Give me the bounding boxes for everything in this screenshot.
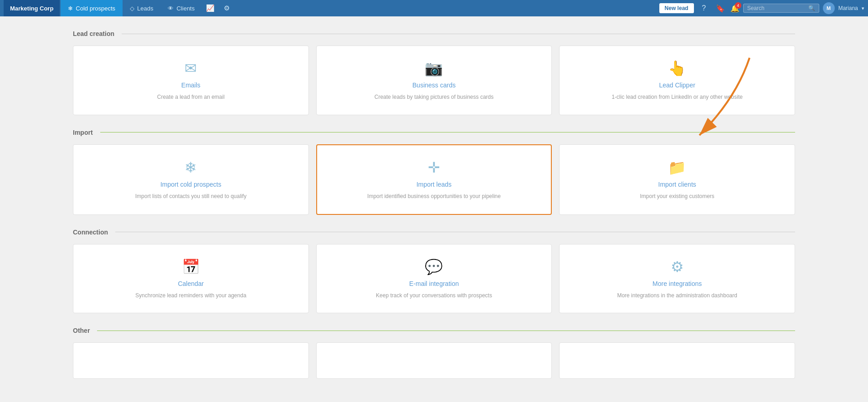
other-card-1[interactable] xyxy=(73,342,309,379)
folder-icon: 📁 xyxy=(668,159,686,176)
other-cards xyxy=(73,342,795,379)
lead-clipper-desc: 1-clic lead creation from LinkedIn or an… xyxy=(611,93,742,101)
import-divider xyxy=(100,132,795,132)
gears-icon: ⚙ xyxy=(671,258,684,275)
calendar-card-title: Calendar xyxy=(178,280,204,287)
help-icon[interactable]: ? xyxy=(698,2,710,15)
more-integrations-desc: More integrations in the administration … xyxy=(617,292,737,300)
navbar: Marketing Corp ❄ Cold prospects ◇ Leads … xyxy=(0,0,868,16)
connection-divider xyxy=(115,232,795,232)
nav-cold-prospects[interactable]: ❄ Cold prospects xyxy=(61,0,123,16)
lead-clipper-card[interactable]: 👆 Lead Clipper 1-clic lead creation from… xyxy=(559,46,795,115)
username-label[interactable]: Mariana xyxy=(838,5,858,11)
lead-creation-title: Lead creation xyxy=(73,30,114,37)
import-leads-desc: Import identified business opportunities… xyxy=(367,193,501,200)
crosshair-icon: ✛ xyxy=(428,159,440,176)
brand-logo[interactable]: Marketing Corp xyxy=(4,0,60,16)
import-section-header: Import xyxy=(73,129,795,136)
nav-clients[interactable]: 👁 Clients xyxy=(160,0,202,16)
bookmark-icon[interactable]: 🔖 xyxy=(714,2,727,15)
main-content: Lead creation ✉ Emails Create a lead fro… xyxy=(0,16,868,402)
import-leads-title: Import leads xyxy=(416,181,452,188)
lead-creation-section-header: Lead creation xyxy=(73,30,795,37)
search-input[interactable] xyxy=(747,5,806,11)
business-cards-title: Business cards xyxy=(412,81,456,89)
other-card-2[interactable] xyxy=(316,342,552,379)
user-dropdown-arrow[interactable]: ▾ xyxy=(862,5,864,11)
import-cold-prospects-title: Import cold prospects xyxy=(160,181,221,188)
calendar-card[interactable]: 📅 Calendar Synchronize lead reminders wi… xyxy=(73,244,309,314)
emails-card-desc: Create a lead from an email xyxy=(157,93,225,101)
connection-section-header: Connection xyxy=(73,229,795,236)
import-title: Import xyxy=(73,129,93,136)
import-cards-container: ❄ Import cold prospects Import lists of … xyxy=(73,144,795,215)
connection-cards: 📅 Calendar Synchronize lead reminders wi… xyxy=(73,244,795,314)
calendar-icon: 📅 xyxy=(182,258,200,275)
connection-title: Connection xyxy=(73,229,108,236)
avatar: M xyxy=(823,2,835,14)
new-lead-button[interactable]: New lead xyxy=(659,3,694,13)
email-integration-card[interactable]: 💬 E-mail integration Keep track of your … xyxy=(316,244,552,314)
other-title: Other xyxy=(73,327,90,334)
email-integration-desc: Keep track of your conversations with pr… xyxy=(376,292,492,300)
import-clients-card[interactable]: 📁 Import clients Import your existing cu… xyxy=(559,144,795,215)
settings-icon[interactable]: ⚙ xyxy=(218,0,235,16)
camera-icon: 📷 xyxy=(425,60,443,77)
import-leads-card[interactable]: ✛ Import leads Import identified busines… xyxy=(316,144,552,215)
snowflake-icon: ❄ xyxy=(68,5,73,12)
more-integrations-title: More integrations xyxy=(652,280,702,287)
email-integration-title: E-mail integration xyxy=(409,280,459,287)
nav-right-section: New lead ? 🔖 🔔 4 🔍 M Mariana ▾ xyxy=(659,2,864,15)
notification-badge: 4 xyxy=(735,2,741,9)
eye-icon: 👁 xyxy=(168,5,174,12)
more-integrations-card[interactable]: ⚙ More integrations More integrations in… xyxy=(559,244,795,314)
emails-card-title: Emails xyxy=(181,81,200,89)
chat-icon: 💬 xyxy=(425,258,443,275)
chart-icon[interactable]: 📈 xyxy=(202,0,218,16)
business-cards-card[interactable]: 📷 Business cards Create leads by taking … xyxy=(316,46,552,115)
lead-creation-cards: ✉ Emails Create a lead from an email 📷 B… xyxy=(73,46,795,115)
lead-clipper-title: Lead Clipper xyxy=(659,81,695,89)
other-section-header: Other xyxy=(73,327,795,334)
diamond-icon: ◇ xyxy=(130,5,134,12)
import-cards: ❄ Import cold prospects Import lists of … xyxy=(73,144,795,215)
notifications-bell[interactable]: 🔔 4 xyxy=(730,4,740,13)
other-card-3[interactable] xyxy=(559,342,795,379)
snowflake-import-icon: ❄ xyxy=(185,159,197,176)
lead-creation-divider xyxy=(122,34,795,34)
import-clients-title: Import clients xyxy=(658,181,696,188)
import-cold-prospects-desc: Import lists of contacts you still need … xyxy=(135,193,247,200)
business-cards-desc: Create leads by taking pictures of busin… xyxy=(375,93,493,101)
calendar-card-desc: Synchronize lead reminders with your age… xyxy=(135,292,246,300)
import-clients-desc: Import your existing customers xyxy=(640,193,714,200)
cursor-icon: 👆 xyxy=(668,60,686,77)
emails-card[interactable]: ✉ Emails Create a lead from an email xyxy=(73,46,309,115)
search-magnifier-icon: 🔍 xyxy=(808,5,815,11)
import-cold-prospects-card[interactable]: ❄ Import cold prospects Import lists of … xyxy=(73,144,309,215)
search-box[interactable]: 🔍 xyxy=(743,4,819,13)
email-icon: ✉ xyxy=(185,60,197,77)
nav-leads[interactable]: ◇ Leads xyxy=(123,0,160,16)
other-divider xyxy=(97,331,795,331)
